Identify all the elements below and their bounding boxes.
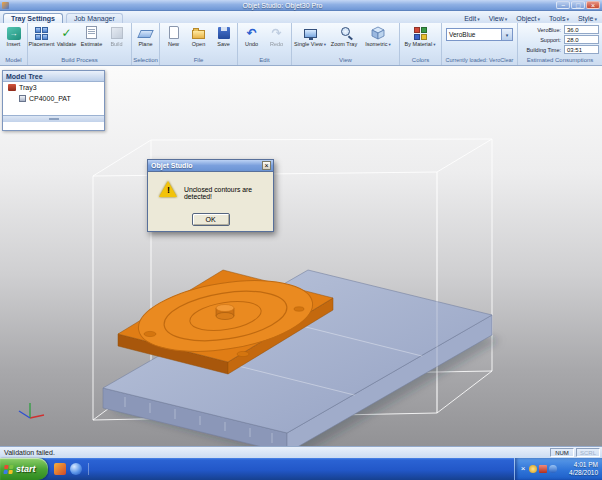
- isometric-button[interactable]: Isometric▾: [361, 24, 395, 47]
- tray-status-icon-blue[interactable]: [549, 465, 557, 473]
- dialog-title-bar[interactable]: Objet Studio ×: [148, 160, 273, 172]
- group-label-view: View: [292, 56, 399, 65]
- tree-item-tray[interactable]: Tray3: [3, 82, 104, 93]
- num-lock-indicator: NUM: [550, 448, 574, 457]
- by-material-icon: [414, 27, 427, 40]
- estimate-icon: [86, 26, 97, 39]
- ribbon-group-file: New Open Save File: [160, 23, 238, 65]
- model-tree-panel: Model Tree Tray3 CP4000_PAT: [2, 70, 105, 131]
- ribbon-group-edit: ↶ Undo ↷ Redo Edit: [238, 23, 292, 65]
- chevron-down-icon: ▾: [566, 16, 569, 22]
- placement-button[interactable]: Placement: [29, 24, 54, 47]
- group-label-consumptions: Estimated Consumptions: [518, 56, 602, 65]
- isometric-icon: [371, 25, 386, 40]
- save-button[interactable]: Save: [211, 24, 236, 47]
- build-button[interactable]: Build: [104, 24, 129, 47]
- zoom-tray-icon: [341, 27, 350, 36]
- window-controls: − □ ×: [556, 1, 600, 9]
- ribbon-group-selection: Plane Selection: [132, 23, 160, 65]
- system-tray: × 4:01 PM 4/28/2010: [514, 458, 602, 480]
- by-material-button[interactable]: By Material▾: [401, 24, 439, 47]
- close-button[interactable]: ×: [586, 1, 600, 9]
- windows-flag-icon: [3, 465, 13, 474]
- quicklaunch-app-icon[interactable]: [54, 463, 66, 475]
- scroll-lock-indicator: SCRL: [576, 448, 600, 457]
- tray-icon: [8, 84, 16, 91]
- window-title: Objet Studio: Objet30 Pro: [9, 2, 556, 9]
- chevron-down-icon: ▾: [389, 42, 391, 47]
- panel-splitter[interactable]: [3, 115, 104, 122]
- taskbar-clock[interactable]: 4:01 PM 4/28/2010: [569, 461, 602, 477]
- group-label-edit: Edit: [238, 56, 291, 65]
- clock-date: 4/28/2010: [569, 469, 598, 477]
- quicklaunch-browser-icon[interactable]: [70, 463, 82, 475]
- validate-icon: ✓: [61, 26, 71, 40]
- menu-edit[interactable]: Edit▾: [464, 15, 480, 22]
- ribbon-group-colors: By Material▾ Colors: [400, 23, 442, 65]
- ribbon-group-material: VeroBlue ▾ Currently loaded: VeroClear: [442, 23, 518, 65]
- zoom-tray-button[interactable]: Zoom Tray: [327, 24, 361, 47]
- menu-bar: Edit▾ View▾ Object▾ Tools▾ Style▾: [464, 15, 597, 22]
- redo-button[interactable]: ↷ Redo: [264, 24, 289, 47]
- new-button[interactable]: New: [161, 24, 186, 47]
- minimize-button[interactable]: −: [556, 1, 570, 9]
- title-bar[interactable]: Objet Studio: Objet30 Pro − □ ×: [0, 0, 602, 11]
- start-button[interactable]: start: [0, 458, 48, 480]
- placement-icon: [35, 27, 48, 40]
- plane-icon: [137, 30, 154, 38]
- tree-item-part[interactable]: CP4000_PAT: [3, 93, 104, 104]
- undo-icon: ↶: [246, 26, 256, 40]
- group-label-build-process: Build Process: [28, 56, 131, 65]
- tab-job-manager[interactable]: Job Manager: [66, 13, 123, 23]
- dialog-close-button[interactable]: ×: [262, 161, 271, 170]
- consumption-row-veroblue: VeroBlue: 36.0: [521, 25, 599, 34]
- build-icon: [111, 27, 123, 39]
- app-window: Objet Studio: Objet30 Pro − □ × Tray Set…: [0, 0, 602, 480]
- tray-status-icon-yellow[interactable]: [529, 465, 537, 473]
- tray-status-icon-red[interactable]: [539, 465, 547, 473]
- chevron-down-icon: ▾: [433, 42, 435, 47]
- chevron-down-icon[interactable]: ▾: [501, 29, 512, 40]
- group-label-material: Currently loaded: VeroClear: [442, 56, 517, 65]
- chevron-down-icon: ▾: [538, 16, 541, 22]
- estimate-button[interactable]: Estimate: [79, 24, 104, 47]
- menu-view[interactable]: View▾: [489, 15, 508, 22]
- plane-button[interactable]: Plane: [133, 24, 158, 47]
- insert-button[interactable]: → Insert: [1, 24, 26, 47]
- menu-object[interactable]: Object▾: [516, 15, 540, 22]
- quick-launch-bar: [54, 463, 89, 475]
- undo-button[interactable]: ↶ Undo: [239, 24, 264, 47]
- part-icon: [19, 95, 26, 102]
- open-button[interactable]: Open: [186, 24, 211, 47]
- group-label-selection: Selection: [132, 56, 159, 65]
- consumption-row-support: Support: 28.0: [521, 35, 599, 44]
- validate-button[interactable]: ✓ Validate: [54, 24, 79, 47]
- veroblue-value: 36.0: [564, 25, 599, 34]
- tray-close-icon[interactable]: ×: [519, 465, 527, 473]
- ribbon-group-build-process: Placement ✓ Validate Estimate Build Buil…: [28, 23, 132, 65]
- chevron-down-icon: ▾: [324, 42, 326, 47]
- open-folder-icon: [192, 30, 205, 39]
- ribbon-group-consumptions: VeroBlue: 36.0 Support: 28.0 Building Ti…: [518, 23, 602, 65]
- ribbon-group-model: → Insert Model: [0, 23, 28, 65]
- clock-time: 4:01 PM: [569, 461, 598, 469]
- single-view-icon: [304, 29, 317, 38]
- material-select[interactable]: VeroBlue ▾: [446, 28, 513, 41]
- save-icon: [218, 27, 230, 39]
- maximize-button[interactable]: □: [571, 1, 585, 9]
- single-view-button[interactable]: Single View▾: [293, 24, 327, 47]
- menu-tools[interactable]: Tools▾: [549, 15, 569, 22]
- chevron-down-icon: ▾: [594, 16, 597, 22]
- group-label-file: File: [160, 56, 237, 65]
- ribbon-group-view: Single View▾ Zoom Tray Isometric▾ View: [292, 23, 400, 65]
- ok-button[interactable]: OK: [192, 213, 230, 226]
- ribbon-tab-row: Tray Settings Job Manager Edit▾ View▾ Ob…: [0, 11, 602, 23]
- consumption-row-building-time: Building Time: 03:51: [521, 45, 599, 54]
- menu-style[interactable]: Style▾: [578, 15, 597, 22]
- tab-tray-settings[interactable]: Tray Settings: [3, 13, 63, 23]
- insert-icon: →: [7, 27, 21, 40]
- chevron-down-icon: ▾: [477, 16, 480, 22]
- taskbar: start × 4:01 PM 4/28/2010: [0, 458, 602, 480]
- status-message: Validation failed.: [0, 449, 550, 456]
- app-icon: [2, 2, 9, 9]
